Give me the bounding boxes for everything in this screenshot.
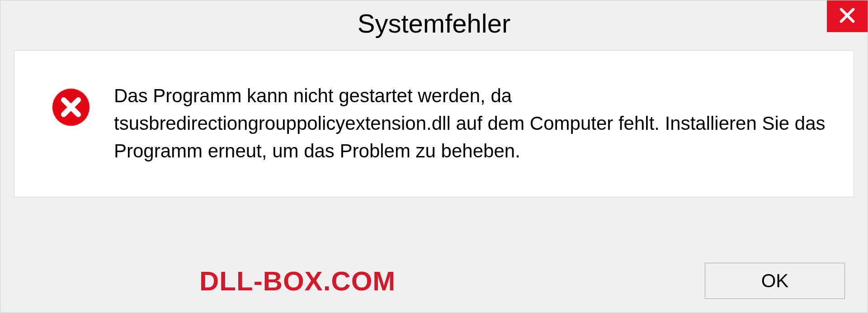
dialog-footer: DLL-BOX.COM OK [0, 263, 868, 299]
ok-button[interactable]: OK [705, 263, 845, 299]
error-icon [51, 87, 91, 128]
ok-button-label: OK [761, 270, 789, 292]
title-bar: Systemfehler [0, 0, 868, 46]
close-icon [838, 6, 856, 26]
close-button[interactable] [827, 0, 868, 32]
dialog-content: Das Programm kann nicht gestartet werden… [14, 50, 854, 197]
error-message: Das Programm kann nicht gestartet werden… [114, 82, 826, 165]
dialog-title: Systemfehler [358, 8, 510, 38]
watermark-text: DLL-BOX.COM [199, 266, 396, 297]
